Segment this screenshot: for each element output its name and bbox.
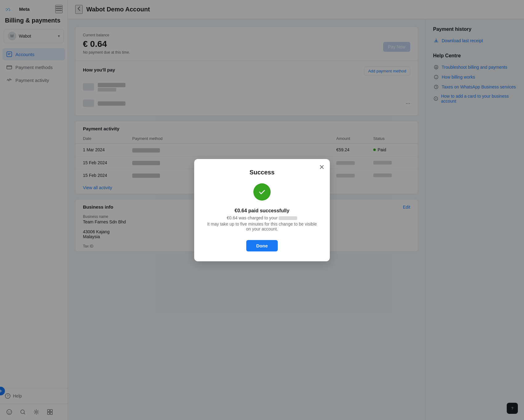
modal-sub-text: €0.64 was charged to your	[207, 215, 317, 220]
modal-title: Success	[207, 169, 317, 176]
success-check-icon	[253, 183, 271, 201]
done-button[interactable]: Done	[246, 240, 278, 251]
modal-note: It may take up to five minutes for this …	[207, 222, 317, 231]
modal-main-text: €0.64 paid successfully	[207, 208, 317, 214]
modal-card-blurred	[279, 216, 297, 220]
modal-close-button[interactable]	[319, 164, 325, 172]
modal-overlay: Success €0.64 paid successfully €0.64 wa…	[0, 0, 524, 420]
success-modal: Success €0.64 paid successfully €0.64 wa…	[194, 159, 330, 261]
